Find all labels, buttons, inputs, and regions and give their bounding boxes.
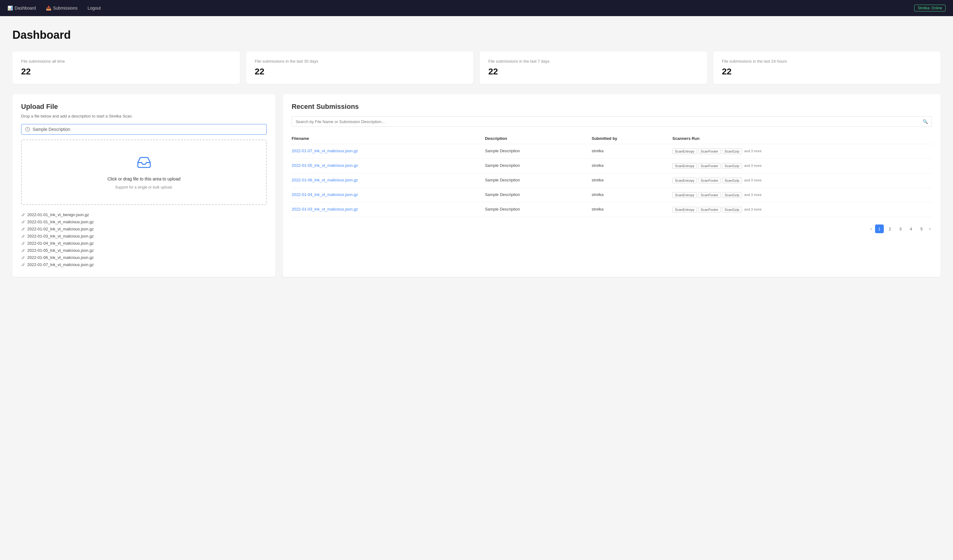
table-row: 2022-01-04_lnk_vt_malicious.json.gzSampl…	[292, 188, 932, 203]
nav-logout[interactable]: Logout	[87, 6, 101, 11]
next-page-button[interactable]: ›	[928, 226, 932, 232]
and-more-label: and 3 more	[743, 207, 763, 212]
col-description: Description	[485, 133, 592, 144]
col-submitted-by: Submitted by	[592, 133, 672, 144]
clock-icon	[25, 127, 30, 132]
nav-logout-label: Logout	[87, 6, 101, 11]
stat-card-24-hours: File submissions in the last 24 hours 22	[713, 51, 941, 84]
filename-link[interactable]: 2022-01-04_lnk_vt_malicious.json.gz	[292, 192, 358, 197]
stat-label-7-days: File submissions in the last 7 days	[488, 59, 698, 63]
scanner-tag: ScanGzip	[722, 163, 742, 169]
file-list-item: 2022-01-01_lnk_vt_malicious.json.gz	[21, 218, 267, 226]
file-list-item: 2022-01-05_lnk_vt_malicious.json.gz	[21, 247, 267, 254]
scanners-cell: ScanEntropyScanFooterScanGzipand 3 more	[672, 173, 932, 188]
filename-link[interactable]: 2022-01-07_lnk_vt_malicious.json.gz	[292, 149, 358, 153]
stat-cards: File submissions all time 22 File submis…	[12, 51, 941, 84]
submissions-table: Filename Description Submitted by Scanne…	[292, 133, 932, 217]
scanner-tag: ScanFooter	[698, 178, 721, 183]
upload-description: Drop a file below and add a description …	[21, 114, 267, 118]
scanner-tag: ScanGzip	[722, 207, 742, 212]
scanner-tag: ScanEntropy	[672, 163, 697, 169]
table-header-row: Filename Description Submitted by Scanne…	[292, 133, 932, 144]
description-cell: Sample Description	[485, 173, 592, 188]
scanner-tag: ScanEntropy	[672, 178, 697, 183]
pagination: ‹ 1 2 3 4 5 ›	[292, 224, 932, 233]
stat-label-30-days: File submissions in the last 30 days	[255, 59, 465, 63]
stat-card-all-time: File submissions all time 22	[12, 51, 240, 84]
stat-value-24-hours: 22	[722, 67, 932, 77]
nav-submissions-label: Submissions	[53, 6, 78, 11]
and-more-label: and 3 more	[743, 178, 763, 183]
stat-label-all-time: File submissions all time	[21, 59, 231, 63]
stat-label-24-hours: File submissions in the last 24 hours	[722, 59, 932, 63]
scanner-tag: ScanGzip	[722, 149, 742, 154]
search-wrap[interactable]: 🔍	[292, 116, 932, 127]
description-input-wrap[interactable]	[21, 124, 267, 135]
description-cell: Sample Description	[485, 159, 592, 173]
submissions-icon: 📥	[46, 6, 51, 11]
stat-value-7-days: 22	[488, 67, 698, 77]
inbox-icon	[137, 155, 152, 173]
description-cell: Sample Description	[485, 144, 592, 159]
scanner-tag: ScanEntropy	[672, 192, 697, 198]
scanners-cell: ScanEntropyScanFooterScanGzipand 3 more	[672, 188, 932, 203]
file-list: 2022-01-01_lnk_vt_benign.json.gz2022-01-…	[21, 211, 267, 268]
submitted-by-cell: strelka	[592, 173, 672, 188]
nav-dashboard[interactable]: 📊 Dashboard	[8, 6, 36, 11]
stat-card-7-days: File submissions in the last 7 days 22	[480, 51, 707, 84]
page-title: Dashboard	[12, 28, 941, 42]
stat-value-30-days: 22	[255, 67, 465, 77]
stat-value-all-time: 22	[21, 67, 231, 77]
scanner-tag: ScanFooter	[698, 207, 721, 212]
nav-submissions[interactable]: 📥 Submissions	[46, 6, 78, 11]
col-scanners: Scanners Run	[672, 133, 932, 144]
description-input[interactable]	[33, 127, 262, 132]
submitted-by-cell: strelka	[592, 144, 672, 159]
scanner-tag: ScanGzip	[722, 192, 742, 198]
file-list-item: 2022-01-04_lnk_vt_malicious.json.gz	[21, 240, 267, 247]
page-btn-2[interactable]: 2	[886, 224, 894, 233]
dropzone[interactable]: Click or drag file to this area to uploa…	[21, 139, 267, 205]
file-list-item: 2022-01-03_lnk_vt_malicious.json.gz	[21, 232, 267, 240]
submissions-panel: Recent Submissions 🔍 Filename Descriptio…	[283, 94, 941, 277]
dropzone-subtext: Support for a single or bulk upload.	[115, 185, 173, 189]
upload-panel: Upload File Drop a file below and add a …	[12, 94, 275, 277]
scanners-cell: ScanEntropyScanFooterScanGzipand 3 more	[672, 159, 932, 173]
description-cell: Sample Description	[485, 203, 592, 217]
search-input[interactable]	[295, 119, 920, 124]
and-more-label: and 3 more	[743, 192, 763, 198]
stat-card-30-days: File submissions in the last 30 days 22	[246, 51, 474, 84]
filename-link[interactable]: 2022-01-05_lnk_vt_malicious.json.gz	[292, 163, 358, 168]
submissions-title: Recent Submissions	[292, 103, 932, 111]
page-btn-4[interactable]: 4	[907, 224, 916, 233]
filename-link[interactable]: 2022-01-03_lnk_vt_malicious.json.gz	[292, 207, 358, 212]
table-row: 2022-01-03_lnk_vt_malicious.json.gzSampl…	[292, 203, 932, 217]
status-badge: Strelka: Online	[914, 5, 945, 11]
and-more-label: and 3 more	[743, 149, 763, 154]
file-list-item: 2022-01-02_lnk_vt_malicious.json.gz	[21, 226, 267, 232]
table-row: 2022-01-06_lnk_vt_malicious.json.gzSampl…	[292, 173, 932, 188]
file-list-item: 2022-01-01_lnk_vt_benign.json.gz	[21, 211, 267, 218]
dashboard-icon: 📊	[8, 6, 13, 11]
navbar: 📊 Dashboard 📥 Submissions Logout Strelka…	[0, 0, 953, 16]
table-row: 2022-01-07_lnk_vt_malicious.json.gzSampl…	[292, 144, 932, 159]
upload-title: Upload File	[21, 103, 267, 111]
scanner-tag: ScanFooter	[698, 149, 721, 154]
nav-dashboard-label: Dashboard	[15, 6, 36, 11]
search-icon: 🔍	[923, 119, 928, 124]
dropzone-text: Click or drag file to this area to uploa…	[107, 176, 180, 181]
scanner-tag: ScanGzip	[722, 178, 742, 183]
page-btn-1[interactable]: 1	[875, 224, 884, 233]
submitted-by-cell: strelka	[592, 203, 672, 217]
scanner-tag: ScanFooter	[698, 192, 721, 198]
description-cell: Sample Description	[485, 188, 592, 203]
submitted-by-cell: strelka	[592, 159, 672, 173]
scanner-tag: ScanEntropy	[672, 207, 697, 212]
col-filename: Filename	[292, 133, 485, 144]
page-btn-5[interactable]: 5	[917, 224, 926, 233]
page-btn-3[interactable]: 3	[896, 224, 905, 233]
prev-page-button[interactable]: ‹	[869, 226, 873, 232]
scanners-cell: ScanEntropyScanFooterScanGzipand 3 more	[672, 203, 932, 217]
filename-link[interactable]: 2022-01-06_lnk_vt_malicious.json.gz	[292, 178, 358, 183]
file-list-item: 2022-01-07_lnk_vt_malicious.json.gz	[21, 261, 267, 268]
